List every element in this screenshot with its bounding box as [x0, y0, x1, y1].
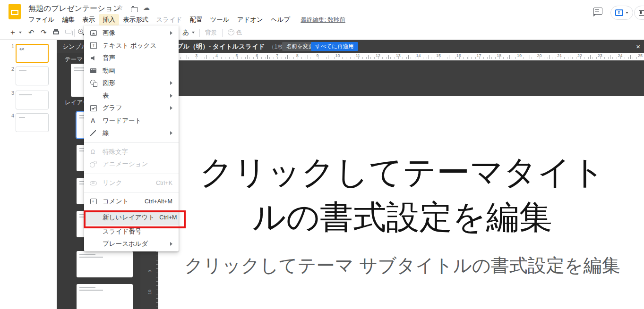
- new-slide-caret-icon[interactable]: [19, 32, 22, 33]
- ruler-number: 19: [515, 53, 524, 58]
- menu-item-label: ワードアート: [103, 117, 172, 125]
- font-button[interactable]: あ: [182, 26, 189, 39]
- reapply-all-button[interactable]: すべてに再適用: [311, 42, 358, 51]
- menu-item-label: テキスト ボックス: [103, 42, 172, 50]
- menu-divider: [84, 174, 179, 174]
- document-title[interactable]: 無題のプレゼンテーション: [28, 4, 120, 14]
- menu-item-shape[interactable]: 図形: [84, 77, 179, 90]
- submenu-arrow-icon: [170, 81, 172, 85]
- new-slide-button[interactable]: +: [10, 26, 15, 39]
- theme-section-label: テーマ: [65, 56, 83, 64]
- toolbar-separator: [222, 29, 223, 37]
- submenu-arrow-icon: [170, 131, 172, 135]
- slide-thumbnail-4[interactable]: [16, 113, 49, 132]
- slide-subtitle-placeholder[interactable]: クリックしてテーマ サブタイトルの書式設定を編集: [161, 253, 644, 278]
- screen-icon: [639, 10, 644, 16]
- menubar-item[interactable]: 表示形式: [119, 14, 152, 25]
- toolbar-separator: [199, 29, 200, 37]
- menu-item-label: 動画: [103, 67, 172, 75]
- ruler-number: 20: [535, 53, 544, 58]
- move-folder-icon[interactable]: [131, 7, 138, 12]
- menu-item-word-art[interactable]: ワードアート: [84, 115, 179, 127]
- redo-icon[interactable]: ↷: [41, 26, 47, 39]
- ruler-number: 23: [595, 53, 605, 58]
- ruler-number: 15: [434, 53, 443, 58]
- ruler-number: 8: [292, 53, 302, 58]
- google-slides-app: 無題のプレゼンテーション ☆ ☁ ファイル編集表示挿入表示形式スライド配置ツール…: [0, 0, 644, 309]
- menu-item-comment[interactable]: コメントCtrl+Alt+M: [84, 195, 179, 208]
- menu-item-animation[interactable]: アニメーション: [84, 158, 179, 171]
- submenu-arrow-icon: [170, 242, 172, 246]
- menubar-item[interactable]: 編集: [58, 14, 78, 25]
- shape-icon: [90, 79, 97, 87]
- menubar-item[interactable]: 挿入: [99, 14, 119, 25]
- layout-thumbnail[interactable]: [77, 251, 133, 277]
- print-icon[interactable]: [53, 31, 59, 34]
- menubar-item[interactable]: ツール: [206, 14, 233, 25]
- menu-item-table[interactable]: 表: [84, 90, 179, 102]
- ruler-number: 12: [373, 53, 383, 58]
- font-caret-icon[interactable]: [192, 32, 195, 33]
- video-icon: [90, 67, 97, 75]
- star-icon[interactable]: ☆: [117, 3, 123, 12]
- ruler-number: 7: [273, 53, 282, 58]
- menu-item-label: スライド番号: [103, 227, 172, 236]
- menu-item-line[interactable]: 線: [84, 127, 179, 140]
- ruler-number: 3: [192, 53, 201, 58]
- menu-divider: [84, 192, 179, 192]
- menu-item-text-box[interactable]: テキスト ボックス: [84, 40, 179, 52]
- menubar-item[interactable]: ファイル: [25, 14, 58, 25]
- menu-item-placeholder[interactable]: プレースホルダ: [84, 238, 179, 251]
- icon-spacer: [90, 240, 97, 248]
- present-button[interactable]: [610, 6, 633, 20]
- menu-item-label: コメント: [103, 197, 140, 206]
- share-button-cutoff[interactable]: [634, 6, 644, 20]
- menu-item-audio[interactable]: 音声: [84, 52, 179, 65]
- slide-thumbnail-2[interactable]: [16, 67, 49, 85]
- thumbnail-text-bar: [19, 94, 32, 95]
- ruler-number-vertical: 9: [147, 267, 152, 276]
- menu-item-video[interactable]: 動画: [84, 65, 179, 77]
- menu-item-label: アニメーション: [103, 160, 172, 168]
- slide-number-label: 1: [8, 43, 14, 49]
- menu-item-chart[interactable]: グラフ: [84, 102, 179, 115]
- menu-item-label: 特殊文字: [103, 148, 172, 156]
- menu-item-special-characters[interactable]: 特殊文字: [84, 146, 179, 159]
- menubar-item[interactable]: アドオン: [233, 14, 267, 25]
- ruler-number: 16: [454, 53, 464, 58]
- slide-thumbnail-1[interactable]: 表紙: [16, 44, 49, 63]
- link-icon: [90, 179, 97, 187]
- menubar: ファイル編集表示挿入表示形式スライド配置ツールアドオンヘルプ最終編集: 数秒前: [25, 14, 345, 25]
- thumbnail-text: 表紙: [19, 48, 24, 50]
- menu-item-link[interactable]: リンクCtrl+K: [84, 177, 179, 190]
- menubar-item[interactable]: 表示: [78, 14, 99, 25]
- zoom-icon[interactable]: [78, 29, 83, 34]
- ruler-number: 5: [232, 53, 241, 58]
- ruler-number-vertical: 10: [147, 288, 152, 296]
- icon-spacer: [90, 228, 97, 235]
- chevron-down-icon: [626, 12, 628, 14]
- color-button: 色: [236, 26, 242, 39]
- slide-number-label: 2: [8, 66, 14, 72]
- menubar-item[interactable]: 配置: [186, 14, 206, 25]
- menu-item-shortcut: Ctrl+K: [156, 180, 172, 186]
- last-edit-link[interactable]: 最終編集: 数秒前: [301, 16, 345, 24]
- thumbnail-text-bar: [19, 117, 25, 118]
- close-icon[interactable]: ×: [636, 40, 640, 53]
- toolbar-separator: [74, 29, 75, 37]
- layout-thumbnail[interactable]: [77, 284, 133, 309]
- textbox-icon: [90, 42, 97, 50]
- slide-title-placeholder[interactable]: クリックしてテーマタイト ルの書式設定を編集: [161, 150, 644, 240]
- canvas-margin-top: [140, 60, 644, 96]
- ruler-number: 24: [615, 53, 625, 58]
- ruler-number: 11: [353, 53, 362, 58]
- menubar-item[interactable]: ヘルプ: [267, 14, 294, 25]
- menubar-item[interactable]: スライド: [152, 14, 186, 25]
- undo-icon[interactable]: ↶: [28, 26, 34, 39]
- wordart-icon: [90, 117, 97, 125]
- menu-item-image[interactable]: 画像: [84, 27, 179, 40]
- comment-history-icon[interactable]: [593, 8, 602, 15]
- ruler-number: 22: [575, 53, 584, 58]
- audio-icon: [90, 54, 97, 62]
- slide-thumbnail-3[interactable]: [16, 91, 49, 109]
